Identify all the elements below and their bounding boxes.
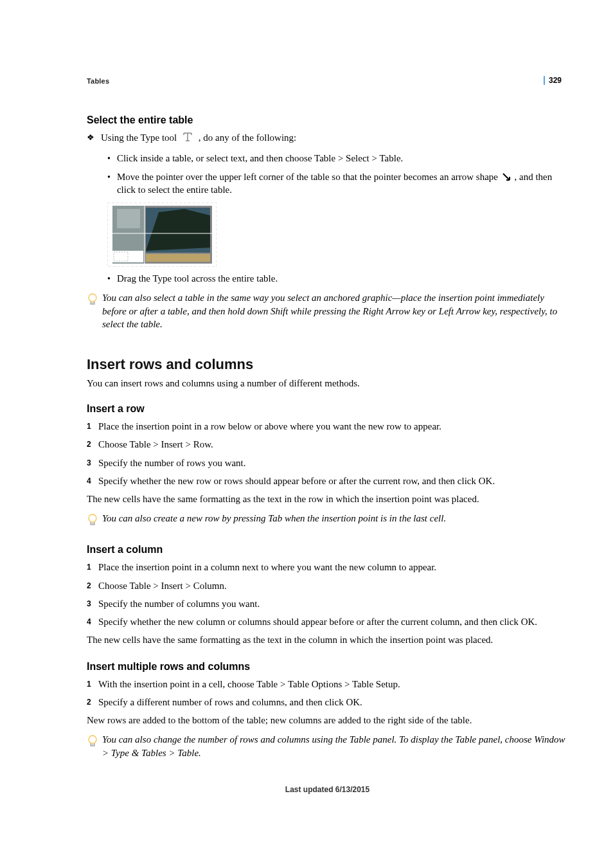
tip-text: You can also change the number of rows a… xyxy=(102,733,568,759)
heading-insert-rows-columns: Insert rows and columns xyxy=(87,356,568,373)
list-item-text: With the insertion point in a cell, choo… xyxy=(98,678,568,691)
numbered-list: 1 Place the insertion point in a row bel… xyxy=(87,420,568,487)
paragraph: The new cells have the same formatting a… xyxy=(87,493,568,505)
list-item: • Click inside a table, or select text, … xyxy=(107,152,568,165)
list-number: 3 xyxy=(87,458,98,467)
step-diamond: ❖ Using the Type tool , do any of the fo… xyxy=(87,131,568,147)
list-item-text: Drag the Type tool across the entire tab… xyxy=(117,272,568,285)
numbered-list: 1 With the insertion point in a cell, ch… xyxy=(87,678,568,709)
list-item: 2 Specify a different number of rows and… xyxy=(87,696,568,709)
type-tool-icon xyxy=(182,131,193,147)
list-item: 4 Specify whether the new row or rows sh… xyxy=(87,475,568,487)
step-text: Using the Type tool , do any of the foll… xyxy=(101,131,568,147)
list-item-text: Move the pointer over the upper left cor… xyxy=(117,170,568,197)
list-item: 1 Place the insertion point in a row bel… xyxy=(87,420,568,433)
list-item-text: Click inside a table, or select text, an… xyxy=(117,152,568,165)
list-number: 2 xyxy=(87,698,98,707)
list-number: 1 xyxy=(87,680,98,689)
list-item: 3 Specify the number of columns you want… xyxy=(87,597,568,610)
lightbulb-icon xyxy=(87,513,98,527)
section-lead: You can insert rows and columns using a … xyxy=(87,378,568,389)
list-number: 1 xyxy=(87,422,98,431)
list-item: 4 Specify whether the new column or colu… xyxy=(87,615,568,628)
heading-select-entire-table: Select the entire table xyxy=(87,114,568,126)
numbered-list: 1 Place the insertion point in a column … xyxy=(87,561,568,628)
diagonal-arrow-icon xyxy=(502,172,511,181)
list-item: • Drag the Type tool across the entire t… xyxy=(107,272,568,285)
list-item-text: Specify whether the new row or rows shou… xyxy=(98,475,568,487)
list-item: 2 Choose Table > Insert > Column. xyxy=(87,579,568,592)
list-item: 2 Choose Table > Insert > Row. xyxy=(87,438,568,451)
list-item-text: Choose Table > Insert > Column. xyxy=(98,579,568,592)
lightbulb-icon xyxy=(87,293,98,307)
tip-text: You can also create a new row by pressin… xyxy=(102,512,568,525)
sub-bullet-list: • Click inside a table, or select text, … xyxy=(107,152,568,196)
list-item-text: Specify a different number of rows and c… xyxy=(98,696,568,709)
svg-rect-5 xyxy=(117,209,140,228)
table-selection-figure xyxy=(107,203,217,267)
list-item: 3 Specify the number of rows you want. xyxy=(87,457,568,469)
list-number: 1 xyxy=(87,563,98,572)
page-footer: Last updated 6/13/2015 xyxy=(87,785,568,794)
list-number: 4 xyxy=(87,476,98,485)
list-item-text: Specify the number of columns you want. xyxy=(98,597,568,610)
svg-rect-10 xyxy=(146,254,210,262)
list-number: 2 xyxy=(87,440,98,449)
svg-point-15 xyxy=(89,736,96,743)
section-category-label: Tables xyxy=(87,77,568,85)
diamond-bullet-icon: ❖ xyxy=(87,132,94,143)
bullet-dot-icon: • xyxy=(107,173,111,182)
list-item-text-a: Move the pointer over the upper left cor… xyxy=(117,172,498,182)
list-item: 1 With the insertion point in a cell, ch… xyxy=(87,678,568,691)
list-number: 2 xyxy=(87,581,98,590)
bullet-dot-icon: • xyxy=(107,275,111,284)
heading-insert-row: Insert a row xyxy=(87,403,568,415)
tip-text: You can also select a table in the same … xyxy=(102,291,568,330)
tip-block: You can also select a table in the same … xyxy=(87,291,568,330)
bullet-dot-icon: • xyxy=(107,154,111,163)
tip-block: You can also create a new row by pressin… xyxy=(87,512,568,527)
page-content: Tables Select the entire table ❖ Using t… xyxy=(0,0,613,833)
sub-bullet-list-2: • Drag the Type tool across the entire t… xyxy=(107,272,568,285)
paragraph: The new cells have the same formatting a… xyxy=(87,633,568,646)
list-item-text: Choose Table > Insert > Row. xyxy=(98,438,568,451)
page-number: 329 xyxy=(544,76,562,85)
list-item-text: Specify whether the new column or column… xyxy=(98,615,568,628)
list-item-text: Place the insertion point in a row below… xyxy=(98,420,568,433)
list-number: 4 xyxy=(87,617,98,626)
list-item-text: Specify the number of rows you want. xyxy=(98,457,568,469)
heading-insert-column: Insert a column xyxy=(87,544,568,556)
list-number: 3 xyxy=(87,599,98,608)
step-text-prefix: Using the Type tool xyxy=(101,132,177,143)
list-item: • Move the pointer over the upper left c… xyxy=(107,170,568,197)
svg-point-13 xyxy=(89,514,96,522)
svg-point-11 xyxy=(89,294,96,302)
tip-block: You can also change the number of rows a… xyxy=(87,733,568,759)
list-item: 1 Place the insertion point in a column … xyxy=(87,561,568,574)
paragraph: New rows are added to the bottom of the … xyxy=(87,714,568,727)
list-item-text: Place the insertion point in a column ne… xyxy=(98,561,568,574)
heading-insert-multiple: Insert multiple rows and columns xyxy=(87,661,568,673)
step-text-suffix: , do any of the following: xyxy=(199,132,296,143)
lightbulb-icon xyxy=(87,734,98,748)
